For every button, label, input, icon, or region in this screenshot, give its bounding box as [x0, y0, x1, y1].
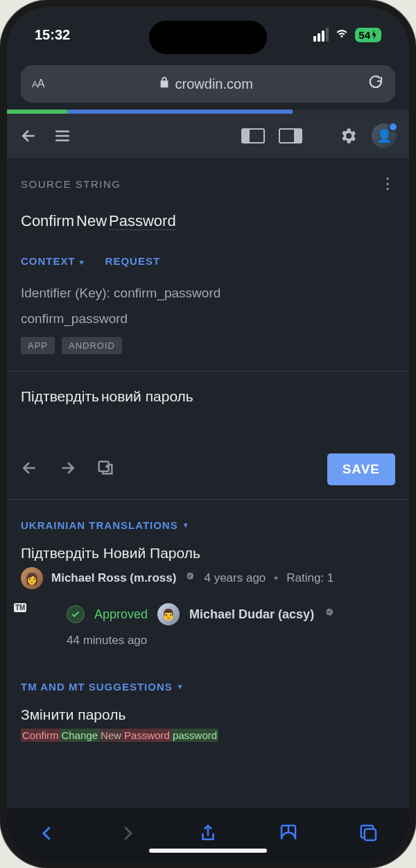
more-options-button[interactable]: ⋮	[380, 175, 395, 193]
home-indicator[interactable]	[149, 849, 267, 853]
text-size-button[interactable]: AA	[32, 78, 44, 90]
wifi-icon	[334, 26, 349, 44]
context-dropdown[interactable]: CONTEXT▼	[21, 255, 86, 267]
context-tags: APP ANDROID	[7, 329, 409, 371]
prev-string-button[interactable]	[21, 459, 39, 480]
approved-icon	[67, 605, 85, 623]
request-button[interactable]: REQUEST	[105, 255, 161, 267]
tag-android: ANDROID	[62, 337, 122, 354]
lock-icon	[159, 76, 170, 92]
status-time: 15:32	[35, 27, 70, 43]
translations-header[interactable]: UKRAINIAN TRANSLATIONS▼	[7, 500, 409, 542]
translation-text: Підтвердіть Новий Пароль	[21, 545, 395, 567]
tabs-button[interactable]	[358, 823, 379, 847]
browser-forward-button[interactable]	[117, 823, 138, 847]
translation-item[interactable]: Підтвердіть Новий Пароль 👩 TM Michael Ro…	[7, 542, 409, 592]
browser-bottom-toolbar	[7, 807, 409, 861]
author-avatar: 👩	[21, 567, 43, 589]
verified-icon	[324, 607, 335, 622]
copy-source-button[interactable]	[96, 458, 115, 480]
editor-toolbar: 👤	[7, 114, 409, 158]
source-string-heading: SOURCE STRING	[21, 178, 121, 190]
translation-input[interactable]: Підтвердітьновий пароль	[7, 372, 409, 453]
suggestion-diff: ConfirmChange New Passwordpassword	[7, 726, 409, 745]
menu-button[interactable]	[53, 126, 72, 146]
suggestion-text[interactable]: Змінити пароль	[7, 704, 409, 726]
tm-badge: TM	[14, 603, 26, 612]
approved-time: 44 minutes ago	[7, 628, 409, 661]
user-avatar[interactable]: 👤	[372, 123, 397, 148]
share-button[interactable]	[198, 823, 218, 847]
identifier-value: confirm_password	[7, 304, 409, 329]
url-domain: crowdin.com	[175, 76, 253, 92]
identifier-key: Identifier (Key): confirm_password	[7, 278, 409, 304]
translation-rating: Rating: 1	[286, 571, 333, 585]
save-button[interactable]: SAVE	[327, 453, 395, 485]
suggestions-header[interactable]: TM AND MT SUGGESTIONS▼	[7, 661, 409, 704]
cellular-signal-icon	[313, 28, 329, 42]
source-string-text: ConfirmNewPassword	[7, 200, 409, 230]
svg-rect-1	[365, 828, 376, 840]
device-notch	[149, 21, 267, 54]
author-name: Michael Ross (m.ross)	[51, 571, 176, 585]
battery-indicator: 54	[355, 28, 381, 42]
approver-avatar: 👨	[157, 603, 180, 625]
approved-label: Approved	[94, 607, 148, 622]
tag-app: APP	[21, 337, 55, 354]
browser-back-button[interactable]	[37, 823, 58, 847]
layout-left-button[interactable]	[241, 128, 265, 144]
browser-url-bar[interactable]: AA crowdin.com	[21, 65, 395, 103]
translation-time: 4 years ago	[204, 571, 266, 585]
verified-icon	[184, 571, 196, 586]
next-string-button[interactable]	[58, 459, 76, 480]
back-button[interactable]	[19, 126, 39, 146]
approver-name: Michael Dudar (acsy)	[189, 607, 314, 622]
settings-button[interactable]	[338, 126, 358, 146]
reload-button[interactable]	[367, 74, 384, 94]
bookmarks-button[interactable]	[278, 823, 299, 847]
notification-badge	[388, 122, 398, 132]
layout-right-button[interactable]	[279, 128, 302, 144]
